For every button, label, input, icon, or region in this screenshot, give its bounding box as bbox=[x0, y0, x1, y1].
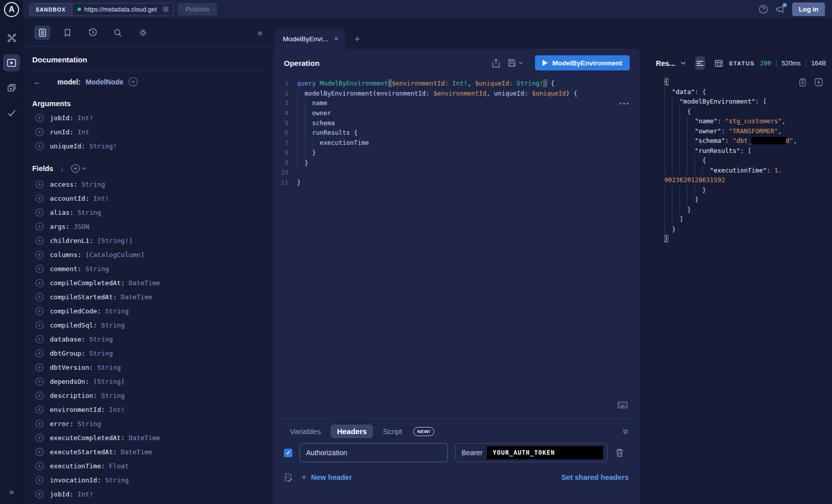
field-type[interactable]: String bbox=[105, 476, 129, 484]
field-type[interactable]: Int! bbox=[78, 490, 93, 498]
field-type[interactable]: String bbox=[78, 209, 101, 216]
field-type[interactable]: String bbox=[105, 307, 129, 315]
set-shared-headers-link[interactable]: Set shared headers bbox=[561, 473, 629, 481]
add-all-fields-icon[interactable] bbox=[128, 77, 138, 87]
add-field-icon[interactable] bbox=[35, 236, 44, 245]
new-tab-icon[interactable]: + bbox=[354, 34, 360, 45]
operation-tab[interactable]: ModelByEnvi... × bbox=[275, 29, 345, 49]
help-icon[interactable] bbox=[759, 5, 768, 14]
field-type[interactable]: JSON bbox=[73, 223, 89, 230]
history-tab-icon[interactable] bbox=[85, 26, 101, 40]
search-tab-icon[interactable] bbox=[110, 26, 126, 40]
field-type[interactable]: DateTime bbox=[129, 434, 161, 442]
documentation-tab-icon[interactable] bbox=[34, 26, 50, 40]
add-field-icon[interactable] bbox=[35, 321, 44, 329]
save-operation-button[interactable] bbox=[507, 58, 523, 67]
header-enabled-checkbox[interactable]: ✓ bbox=[284, 449, 292, 457]
field-type[interactable]: Float bbox=[109, 462, 129, 470]
field-type[interactable]: Int! bbox=[78, 114, 93, 122]
settings-tab-icon[interactable] bbox=[135, 26, 151, 40]
close-tab-icon[interactable]: × bbox=[334, 35, 338, 43]
field-type[interactable]: String bbox=[89, 350, 113, 357]
field-type[interactable]: String! bbox=[89, 142, 117, 150]
login-button[interactable]: Log in bbox=[792, 3, 825, 16]
query-editor[interactable]: 1query ModelByEnvironment($environmentId… bbox=[273, 73, 640, 417]
tab-variables[interactable]: Variables bbox=[284, 425, 327, 438]
field-type[interactable]: String bbox=[97, 364, 121, 371]
field-type[interactable]: String bbox=[86, 265, 109, 273]
edit-as-json-icon[interactable] bbox=[284, 473, 292, 482]
add-field-icon[interactable] bbox=[35, 293, 44, 301]
field-type[interactable]: String bbox=[82, 181, 105, 188]
field-type[interactable]: [CatalogColumn] bbox=[86, 251, 144, 259]
add-field-icon[interactable] bbox=[35, 363, 44, 372]
add-field-icon[interactable] bbox=[35, 279, 44, 287]
sort-fields-icon[interactable]: ↓ bbox=[60, 164, 64, 173]
delete-header-icon[interactable] bbox=[616, 448, 624, 457]
field-type[interactable]: String bbox=[78, 420, 101, 428]
new-header-button[interactable]: + New header bbox=[301, 472, 352, 482]
response-title[interactable]: Res... bbox=[656, 59, 675, 67]
checks-icon[interactable] bbox=[3, 105, 20, 122]
add-field-icon[interactable] bbox=[35, 434, 44, 442]
header-key-input[interactable] bbox=[299, 443, 448, 462]
field-type[interactable]: Int! bbox=[109, 406, 125, 413]
add-fields-dropdown[interactable] bbox=[71, 164, 86, 173]
response-dropdown-icon[interactable] bbox=[680, 61, 686, 65]
field-type[interactable]: String bbox=[101, 392, 125, 399]
share-operation-icon[interactable] bbox=[492, 58, 500, 68]
field-type[interactable]: DateTime bbox=[121, 448, 153, 456]
field-type[interactable]: DateTime bbox=[129, 279, 161, 287]
back-arrow-icon[interactable]: ← bbox=[33, 77, 41, 87]
add-field-icon[interactable] bbox=[35, 265, 44, 273]
add-field-icon[interactable] bbox=[35, 307, 44, 315]
sandbox-chip[interactable]: SANDBOX bbox=[30, 4, 72, 16]
add-field-icon[interactable] bbox=[35, 391, 44, 400]
header-value-field[interactable]: Bearer YOUR_AUTH_TOKEN bbox=[455, 443, 608, 462]
download-response-icon[interactable] bbox=[814, 78, 823, 87]
field-type[interactable]: DateTime bbox=[121, 293, 153, 301]
add-field-icon[interactable] bbox=[35, 462, 44, 470]
field-type[interactable]: String bbox=[89, 335, 113, 343]
field-type[interactable]: [String!] bbox=[97, 237, 132, 244]
bookmarks-tab-icon[interactable] bbox=[59, 26, 75, 40]
keyboard-shortcuts-icon[interactable] bbox=[618, 401, 628, 408]
add-field-icon[interactable] bbox=[35, 490, 44, 498]
add-field-icon[interactable] bbox=[35, 250, 44, 259]
apollo-logo[interactable]: A bbox=[4, 2, 19, 17]
add-field-icon[interactable] bbox=[35, 419, 44, 428]
tab-headers[interactable]: Headers bbox=[331, 425, 372, 438]
collapse-docs-icon[interactable]: « bbox=[257, 27, 263, 38]
add-field-icon[interactable] bbox=[35, 128, 44, 136]
endpoint-settings-gear-icon[interactable] bbox=[162, 5, 170, 14]
expand-rail-icon[interactable]: » bbox=[0, 487, 23, 497]
add-field-icon[interactable] bbox=[35, 114, 44, 122]
field-type[interactable]: Int bbox=[78, 128, 89, 136]
table-view-icon[interactable] bbox=[714, 56, 724, 70]
breadcrumb-type[interactable]: ModelNode bbox=[86, 78, 123, 86]
explorer-icon[interactable] bbox=[3, 54, 20, 71]
publish-button[interactable]: Publish bbox=[178, 3, 217, 16]
add-field-icon[interactable] bbox=[35, 194, 44, 203]
schema-graph-icon[interactable] bbox=[3, 29, 20, 46]
add-field-icon[interactable] bbox=[35, 405, 44, 414]
endpoint-url-field[interactable]: https://metadata.cloud.get bbox=[72, 4, 173, 16]
run-operation-button[interactable]: ModelByEnvironment bbox=[535, 55, 630, 70]
field-type[interactable]: Int! bbox=[93, 195, 109, 202]
field-type[interactable]: [String] bbox=[93, 378, 125, 385]
add-field-icon[interactable] bbox=[35, 377, 44, 386]
changelog-icon[interactable] bbox=[3, 79, 20, 97]
add-field-icon[interactable] bbox=[35, 448, 44, 456]
add-field-icon[interactable] bbox=[35, 335, 44, 344]
editor-menu-icon[interactable] bbox=[620, 103, 629, 105]
add-field-icon[interactable] bbox=[35, 180, 44, 189]
add-field-icon[interactable] bbox=[35, 476, 44, 484]
announcements-megaphone-icon[interactable] bbox=[775, 5, 785, 14]
field-type[interactable]: String bbox=[101, 321, 125, 329]
copy-response-icon[interactable] bbox=[799, 78, 806, 87]
collapse-panel-icon[interactable] bbox=[622, 428, 629, 435]
auth-token-value[interactable]: YOUR_AUTH_TOKEN bbox=[487, 446, 603, 459]
format-json-view-icon[interactable] bbox=[695, 56, 705, 70]
add-field-icon[interactable] bbox=[35, 142, 44, 150]
tab-script[interactable]: Script bbox=[377, 425, 408, 438]
